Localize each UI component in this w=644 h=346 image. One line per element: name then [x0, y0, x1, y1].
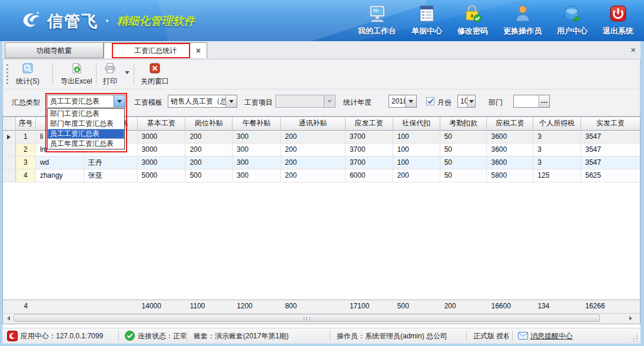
cell-seq[interactable]: 4: [16, 169, 36, 182]
cell[interactable]: 3000: [138, 131, 186, 144]
cell[interactable]: 3547: [581, 131, 640, 144]
message-center-link[interactable]: 消息提醒中心: [530, 331, 573, 341]
cell[interactable]: 3547: [581, 144, 640, 157]
tab-close-icon[interactable]: ×: [196, 43, 201, 59]
nav-user-center[interactable]: 用户中心: [557, 5, 587, 36]
cell[interactable]: 300: [233, 157, 281, 169]
print-button[interactable]: 打印: [99, 62, 121, 88]
cell[interactable]: 200: [281, 131, 346, 144]
cell[interactable]: 3000: [138, 157, 186, 169]
cell[interactable]: 200: [185, 157, 233, 169]
scroll-left-icon[interactable]: [4, 314, 13, 322]
horizontal-scrollbar[interactable]: [3, 313, 640, 324]
column-header[interactable]: 序号: [16, 117, 36, 131]
cell-code[interactable]: wd: [36, 157, 84, 169]
month-checkbox[interactable]: [426, 97, 434, 105]
column-header[interactable]: 基本工资: [138, 117, 186, 131]
pane-close-icon[interactable]: ×: [630, 45, 636, 55]
row-indicator-cell[interactable]: [3, 157, 16, 169]
column-header[interactable]: 实发工资: [581, 117, 640, 131]
toolbar-grip[interactable]: [6, 64, 10, 84]
row-indicator-cell[interactable]: [3, 144, 16, 157]
cell-seq[interactable]: 1: [16, 131, 36, 144]
column-header[interactable]: 个人所得税: [533, 117, 581, 131]
cell-seq[interactable]: 2: [16, 144, 36, 157]
column-header[interactable]: 岗位补贴: [185, 117, 233, 131]
statistics-button[interactable]: 统计(S): [12, 62, 43, 88]
scroll-right-icon[interactable]: [626, 314, 635, 322]
cell[interactable]: 3600: [487, 131, 533, 144]
print-dropdown-caret[interactable]: [125, 71, 130, 74]
cell[interactable]: 3547: [581, 157, 640, 169]
export-excel-button[interactable]: 导出Excel: [57, 62, 95, 88]
cell[interactable]: 5800: [487, 169, 533, 182]
tab-salary-summary[interactable]: 工资汇总统计 ×: [104, 42, 207, 58]
cell[interactable]: 50: [440, 144, 487, 157]
cell[interactable]: 3700: [346, 144, 393, 157]
row-indicator-cell[interactable]: [3, 169, 16, 182]
cell[interactable]: 3600: [487, 157, 533, 169]
cell[interactable]: 100: [393, 157, 440, 169]
cell[interactable]: 125: [533, 169, 581, 182]
row-indicator-cell[interactable]: [3, 131, 16, 144]
cell-name[interactable]: 王丹: [84, 157, 138, 169]
summary-type-combo[interactable]: 员工工资汇总表: [47, 95, 125, 108]
cell[interactable]: 3: [533, 144, 581, 157]
cell[interactable]: 300: [233, 131, 281, 144]
cell-code[interactable]: zhangy: [36, 169, 84, 182]
column-header[interactable]: 应税工资: [487, 117, 533, 131]
column-header[interactable]: 通讯补贴: [281, 117, 346, 131]
cell-name[interactable]: 张亚: [84, 169, 138, 182]
table-row[interactable]: 3 wd 王丹 3000 200 300 200 3700 100 50 360…: [3, 157, 640, 169]
salary-template-combo[interactable]: 销售人员工资（总: [168, 95, 237, 108]
cell[interactable]: 50: [440, 131, 487, 144]
scrollbar-thumb[interactable]: [14, 314, 600, 322]
cell[interactable]: 200: [185, 131, 233, 144]
chevron-down-icon[interactable]: [405, 95, 416, 107]
column-header[interactable]: 午餐补贴: [233, 117, 281, 131]
dropdown-option-selected[interactable]: 员工工资汇总表: [48, 129, 124, 139]
cell[interactable]: 300: [233, 144, 281, 157]
cell[interactable]: 100: [393, 144, 440, 157]
nav-exit-system[interactable]: 退出系统: [603, 5, 633, 36]
resize-grip[interactable]: [631, 335, 638, 342]
chevron-down-icon[interactable]: [225, 95, 237, 107]
nav-my-workbench[interactable]: 我的工作台: [358, 5, 396, 36]
department-input[interactable]: [514, 95, 539, 107]
month-combo[interactable]: 10: [457, 95, 476, 108]
dropdown-option[interactable]: 部门工资汇总表: [48, 109, 124, 119]
tab-function-navigator[interactable]: 功能导航窗: [5, 42, 104, 58]
cell[interactable]: 3: [533, 157, 581, 169]
nav-switch-operator[interactable]: 更换操作员: [503, 5, 542, 36]
cell[interactable]: 200: [185, 144, 233, 157]
dropdown-option[interactable]: 员工年度工资汇总表: [48, 139, 124, 149]
cell[interactable]: 200: [281, 169, 346, 182]
table-row[interactable]: 4 zhangy 张亚 5000 500 300 200 6000 200 50…: [3, 169, 640, 182]
cell[interactable]: 500: [185, 169, 233, 182]
close-window-button[interactable]: 关闭窗口: [137, 62, 172, 88]
cell-seq[interactable]: 3: [16, 157, 36, 169]
cell[interactable]: 3600: [487, 144, 533, 157]
column-header[interactable]: 应发工资: [346, 117, 393, 131]
dropdown-option[interactable]: 部门年度工资汇总表: [48, 119, 124, 129]
stat-year-combo[interactable]: 2018: [389, 95, 417, 108]
cell[interactable]: 100: [393, 131, 440, 144]
cell[interactable]: 200: [281, 144, 346, 157]
cell[interactable]: 3700: [346, 131, 393, 144]
browse-ellipsis-button[interactable]: …: [539, 95, 549, 107]
nav-document-center[interactable]: 单据中心: [411, 5, 442, 36]
cell[interactable]: 3700: [346, 157, 393, 169]
cell[interactable]: 5625: [581, 169, 640, 182]
nav-change-password[interactable]: 修改密码: [457, 5, 488, 36]
cell[interactable]: 200: [281, 157, 346, 169]
chevron-down-icon[interactable]: [114, 95, 125, 107]
column-header[interactable]: 社保代扣: [393, 117, 440, 131]
cell[interactable]: 3000: [138, 144, 186, 157]
column-header[interactable]: 考勤扣款: [440, 117, 487, 131]
cell[interactable]: 6000: [346, 169, 393, 182]
cell[interactable]: 3: [533, 131, 581, 144]
cell[interactable]: 50: [440, 169, 487, 182]
cell[interactable]: 200: [393, 169, 440, 182]
cell[interactable]: 5000: [138, 169, 186, 182]
chevron-down-icon[interactable]: [467, 95, 475, 107]
